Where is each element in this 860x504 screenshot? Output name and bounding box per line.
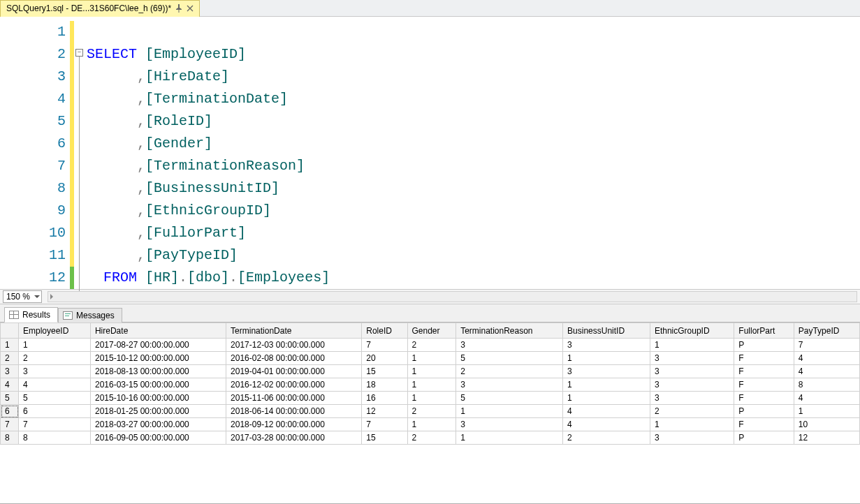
data-cell[interactable]: 7 (362, 339, 407, 352)
table-row[interactable]: 882016-09-05 00:00:00.0002017-03-28 00:0… (1, 431, 860, 445)
data-cell[interactable]: 2 (563, 431, 650, 445)
data-cell[interactable]: 15 (362, 431, 407, 445)
data-cell[interactable]: 3 (650, 392, 734, 405)
data-cell[interactable]: F (734, 365, 794, 378)
data-cell[interactable]: 3 (650, 431, 734, 445)
data-cell[interactable]: 1 (650, 339, 734, 352)
table-row[interactable]: 442016-03-15 00:00:00.0002016-12-02 00:0… (1, 378, 860, 392)
data-cell[interactable]: 3 (456, 339, 563, 352)
row-number-cell[interactable]: 5 (1, 392, 19, 405)
data-cell[interactable]: 2015-10-16 00:00:00.000 (90, 392, 226, 405)
row-number-cell[interactable]: 7 (1, 418, 19, 431)
data-cell[interactable]: 2016-02-08 00:00:00.000 (226, 352, 362, 365)
data-cell[interactable]: P (734, 431, 794, 445)
data-cell[interactable]: 4 (794, 392, 859, 405)
data-cell[interactable]: 4 (563, 405, 650, 418)
data-cell[interactable]: 3 (650, 365, 734, 378)
data-cell[interactable]: 7 (19, 418, 91, 431)
code-line[interactable] (87, 21, 860, 43)
code-area[interactable]: SELECT [EmployeeID] ,[HireDate] ,[Termin… (87, 21, 860, 289)
data-cell[interactable]: 2 (19, 352, 91, 365)
document-tab[interactable]: SQLQuery1.sql - DE...31S60FC\lee_h (69))… (0, 0, 200, 17)
column-header[interactable]: HireDate (90, 323, 226, 339)
table-row[interactable]: 332018-08-13 00:00:00.0002019-04-01 00:0… (1, 365, 860, 378)
data-cell[interactable]: 7 (794, 339, 859, 352)
column-header[interactable]: TerminationDate (226, 323, 362, 339)
data-cell[interactable]: 20 (362, 352, 407, 365)
data-cell[interactable]: 5 (456, 392, 563, 405)
data-cell[interactable]: 15 (362, 365, 407, 378)
data-cell[interactable]: 1 (563, 352, 650, 365)
data-cell[interactable]: P (734, 405, 794, 418)
data-cell[interactable]: 3 (650, 352, 734, 365)
data-cell[interactable]: 1 (407, 392, 456, 405)
data-cell[interactable]: 2016-03-15 00:00:00.000 (90, 378, 226, 392)
data-cell[interactable]: 8 (19, 431, 91, 445)
data-cell[interactable]: 3 (563, 339, 650, 352)
row-number-header[interactable] (1, 323, 19, 339)
table-row[interactable]: 552015-10-16 00:00:00.0002015-11-06 00:0… (1, 392, 860, 405)
code-line[interactable]: FROM [HR].[dbo].[Employees] (87, 267, 860, 289)
data-cell[interactable]: 12 (794, 431, 859, 445)
table-row[interactable]: 222015-10-12 00:00:00.0002016-02-08 00:0… (1, 352, 860, 365)
scroll-left-arrow-icon[interactable] (50, 294, 53, 299)
horizontal-scrollbar[interactable] (48, 291, 857, 302)
data-cell[interactable]: 2019-04-01 00:00:00.000 (226, 365, 362, 378)
data-cell[interactable]: 8 (794, 378, 859, 392)
column-header[interactable]: FullorPart (734, 323, 794, 339)
data-cell[interactable]: 1 (19, 339, 91, 352)
zoom-dropdown[interactable]: 150 % (3, 290, 42, 303)
data-cell[interactable]: P (734, 339, 794, 352)
results-grid[interactable]: EmployeeIDHireDateTerminationDateRoleIDG… (0, 323, 860, 445)
code-line[interactable]: ,[FullorPart] (87, 222, 860, 244)
row-number-cell[interactable]: 4 (1, 378, 19, 392)
data-cell[interactable]: 2018-06-14 00:00:00.000 (226, 405, 362, 418)
code-line[interactable]: ,[RoleID] (87, 110, 860, 133)
code-line[interactable]: ,[TerminationDate] (87, 88, 860, 110)
column-header[interactable]: PayTypeID (794, 323, 859, 339)
data-cell[interactable]: 3 (456, 418, 563, 431)
data-cell[interactable]: 7 (362, 418, 407, 431)
data-cell[interactable]: 18 (362, 378, 407, 392)
code-line[interactable]: ,[EthnicGroupID] (87, 200, 860, 222)
data-cell[interactable]: F (734, 392, 794, 405)
table-row[interactable]: 772018-03-27 00:00:00.0002018-09-12 00:0… (1, 418, 860, 431)
data-cell[interactable]: 2015-11-06 00:00:00.000 (226, 392, 362, 405)
data-cell[interactable]: 1 (407, 418, 456, 431)
column-header[interactable]: EmployeeID (19, 323, 91, 339)
row-number-cell[interactable]: 8 (1, 431, 19, 445)
data-cell[interactable]: 2015-10-12 00:00:00.000 (90, 352, 226, 365)
data-cell[interactable]: 4 (794, 352, 859, 365)
data-cell[interactable]: 2017-03-28 00:00:00.000 (226, 431, 362, 445)
data-cell[interactable]: 2018-03-27 00:00:00.000 (90, 418, 226, 431)
data-cell[interactable]: 2016-12-02 00:00:00.000 (226, 378, 362, 392)
data-cell[interactable]: 1 (794, 405, 859, 418)
results-grid-wrapper[interactable]: EmployeeIDHireDateTerminationDateRoleIDG… (0, 323, 860, 503)
data-cell[interactable]: 2 (650, 405, 734, 418)
code-line[interactable]: ,[HireDate] (87, 66, 860, 88)
data-cell[interactable]: 5 (19, 392, 91, 405)
data-cell[interactable]: 1 (650, 418, 734, 431)
data-cell[interactable]: 2016-09-05 00:00:00.000 (90, 431, 226, 445)
code-line[interactable]: ,[TerminationReason] (87, 155, 860, 177)
sql-editor[interactable]: 123456789101112 − SELECT [EmployeeID] ,[… (0, 17, 860, 289)
data-cell[interactable]: 2017-12-03 00:00:00.000 (226, 339, 362, 352)
data-cell[interactable]: F (734, 418, 794, 431)
data-cell[interactable]: 1 (407, 378, 456, 392)
data-cell[interactable]: 3 (650, 378, 734, 392)
data-cell[interactable]: 1 (407, 365, 456, 378)
data-cell[interactable]: F (734, 378, 794, 392)
data-cell[interactable]: 2 (407, 405, 456, 418)
data-cell[interactable]: 4 (563, 418, 650, 431)
data-cell[interactable]: 1 (563, 392, 650, 405)
close-icon[interactable] (187, 3, 194, 13)
data-cell[interactable]: 2018-01-25 00:00:00.000 (90, 405, 226, 418)
data-cell[interactable]: 2018-09-12 00:00:00.000 (226, 418, 362, 431)
data-cell[interactable]: 1 (563, 378, 650, 392)
code-line[interactable]: SELECT [EmployeeID] (87, 43, 860, 66)
data-cell[interactable]: 5 (456, 352, 563, 365)
row-number-cell[interactable]: 2 (1, 352, 19, 365)
data-cell[interactable]: 2018-08-13 00:00:00.000 (90, 365, 226, 378)
data-cell[interactable]: 4 (19, 378, 91, 392)
data-cell[interactable]: 1 (407, 352, 456, 365)
